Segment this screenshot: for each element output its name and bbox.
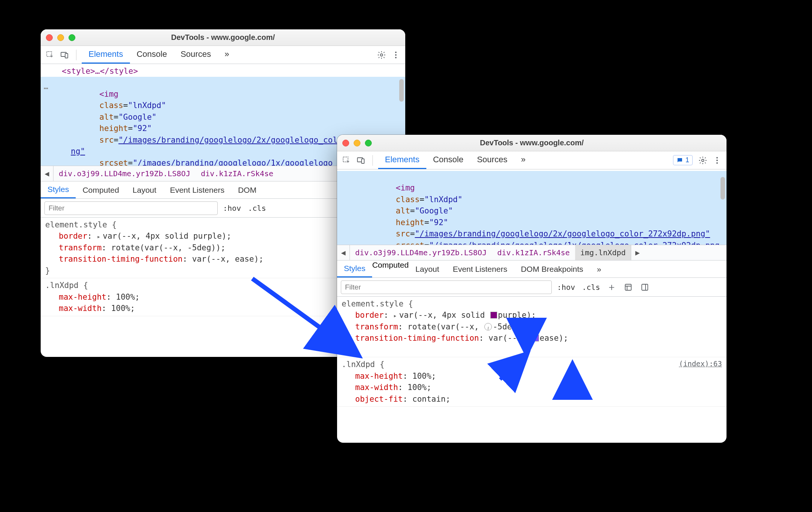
svg-point-3 [380, 54, 383, 56]
styles-pane[interactable]: element.style { border: var(--x, 4px sol… [337, 297, 727, 443]
angle-swatch-icon[interactable] [484, 323, 492, 331]
tab-layout[interactable]: Layout [126, 181, 163, 198]
computed-styles-icon[interactable] [622, 281, 635, 294]
svg-point-13 [716, 162, 718, 164]
window-title: DevTools - www.google.com/ [41, 33, 405, 42]
hov-toggle[interactable]: :hov [221, 204, 243, 213]
source-link[interactable]: (index):63 [679, 359, 722, 369]
tab-event-listeners[interactable]: Event Listeners [446, 261, 514, 277]
toggle-sidebar-icon[interactable] [638, 281, 651, 294]
device-toggle-icon[interactable] [58, 49, 71, 61]
svg-rect-15 [642, 284, 648, 290]
tab-layout[interactable]: Layout [409, 261, 446, 277]
tree-style-row: <style>…</style> [62, 67, 138, 76]
overflow-ellipsis-icon: ⋯ [44, 83, 48, 94]
svg-rect-2 [65, 53, 68, 58]
breadcrumb-left-icon[interactable]: ◀ [41, 166, 53, 181]
tab-event-listeners[interactable]: Event Listeners [163, 181, 231, 198]
tab-elements[interactable]: Elements [82, 46, 130, 64]
kebab-icon[interactable] [711, 154, 723, 167]
window-title: DevTools - www.google.com/ [337, 139, 727, 147]
zoom-icon[interactable] [69, 34, 75, 41]
inspect-icon[interactable] [340, 154, 353, 167]
breadcrumb-item[interactable]: div.k1zIA.rSk4se [195, 166, 279, 181]
tab-sources[interactable]: Sources [470, 151, 514, 169]
panel-tabs: Elements Console Sources » [378, 151, 532, 169]
tab-computed[interactable]: Computed [372, 261, 409, 277]
new-style-rule-icon[interactable]: ＋ [605, 281, 618, 294]
panel-tabs: Elements Console Sources » [82, 46, 236, 64]
zoom-icon[interactable] [365, 140, 372, 146]
kebab-icon[interactable] [389, 49, 402, 61]
filter-input[interactable] [341, 280, 552, 294]
main-toolbar: Elements Console Sources » [41, 46, 405, 64]
gear-icon[interactable] [696, 154, 709, 167]
tab-elements[interactable]: Elements [378, 151, 426, 169]
breadcrumb-item-active[interactable]: img.lnXdpd [575, 245, 631, 260]
breadcrumb-left-icon[interactable]: ◀ [337, 245, 350, 260]
tabs-overflow[interactable]: » [218, 46, 236, 64]
sidebar-tabs-overflow[interactable]: » [590, 261, 608, 277]
svg-point-6 [395, 57, 397, 58]
titlebar: DevTools - www.google.com/ [41, 29, 405, 46]
elements-tree[interactable]: <img class="lnXdpd" alt="Google" height=… [337, 169, 727, 245]
minimize-icon[interactable] [57, 34, 64, 41]
tab-dom-breakpoints[interactable]: DOM [231, 181, 263, 198]
rule-element-style[interactable]: element.style { border: var(--x, 4px sol… [337, 297, 727, 357]
svg-point-11 [716, 157, 718, 158]
inspect-icon[interactable] [44, 49, 56, 61]
filter-input[interactable] [44, 201, 218, 215]
breadcrumb-right-icon[interactable]: ▶ [631, 245, 644, 260]
svg-rect-9 [362, 159, 364, 163]
bezier-swatch-icon[interactable] [532, 335, 539, 341]
tab-styles[interactable]: Styles [41, 181, 76, 198]
tab-console[interactable]: Console [426, 151, 470, 169]
device-toggle-icon[interactable] [354, 154, 367, 167]
traffic-lights [46, 34, 75, 41]
tabs-overflow[interactable]: » [514, 151, 532, 169]
svg-rect-7 [343, 157, 348, 162]
svg-point-12 [716, 160, 718, 161]
breadcrumb: ◀ div.o3j99.LLD4me.yr19Zb.LS8OJ div.k1zI… [337, 245, 727, 261]
close-icon[interactable] [46, 34, 53, 41]
gear-icon[interactable] [375, 49, 388, 61]
color-swatch-icon[interactable] [490, 312, 497, 318]
svg-point-4 [395, 52, 397, 53]
tree-img-row[interactable]: <img class="lnXdpd" alt="Google" height=… [337, 171, 727, 245]
tab-dom-breakpoints[interactable]: DOM Breakpoints [514, 261, 590, 277]
titlebar: DevTools - www.google.com/ [337, 135, 727, 151]
tab-sources[interactable]: Sources [174, 46, 218, 64]
cls-toggle[interactable]: .cls [246, 204, 267, 213]
scrollbar-thumb[interactable] [399, 79, 404, 102]
svg-point-10 [702, 159, 704, 162]
traffic-lights [342, 140, 372, 146]
breadcrumb-item[interactable]: div.o3j99.LLD4me.yr19Zb.LS8OJ [350, 245, 492, 260]
tab-computed[interactable]: Computed [76, 181, 126, 198]
issues-count: 1 [685, 156, 689, 164]
styles-toolbar: :hov .cls ＋ [337, 278, 727, 297]
rule-lnxdpd[interactable]: (index):63 .lnXdpd { max-height: 100%; m… [337, 357, 727, 407]
svg-rect-14 [625, 284, 631, 290]
main-toolbar: Elements Console Sources » 1 [337, 151, 727, 169]
close-icon[interactable] [342, 140, 349, 146]
hov-toggle[interactable]: :hov [556, 283, 577, 292]
minimize-icon[interactable] [354, 140, 360, 146]
breadcrumb-item[interactable]: div.k1zIA.rSk4se [492, 245, 575, 260]
scrollbar-thumb[interactable] [720, 177, 725, 200]
svg-rect-0 [47, 52, 52, 56]
tab-styles[interactable]: Styles [337, 261, 372, 277]
issues-badge[interactable]: 1 [673, 155, 693, 165]
svg-point-5 [395, 54, 397, 56]
cls-toggle[interactable]: .cls [580, 283, 601, 292]
tab-console[interactable]: Console [130, 46, 174, 64]
breadcrumb-item[interactable]: div.o3j99.LLD4me.yr19Zb.LS8OJ [53, 166, 195, 181]
devtools-window-right: DevTools - www.google.com/ Elements Cons… [337, 135, 727, 443]
styles-tabs: Styles Computed Layout Event Listeners D… [337, 261, 727, 278]
